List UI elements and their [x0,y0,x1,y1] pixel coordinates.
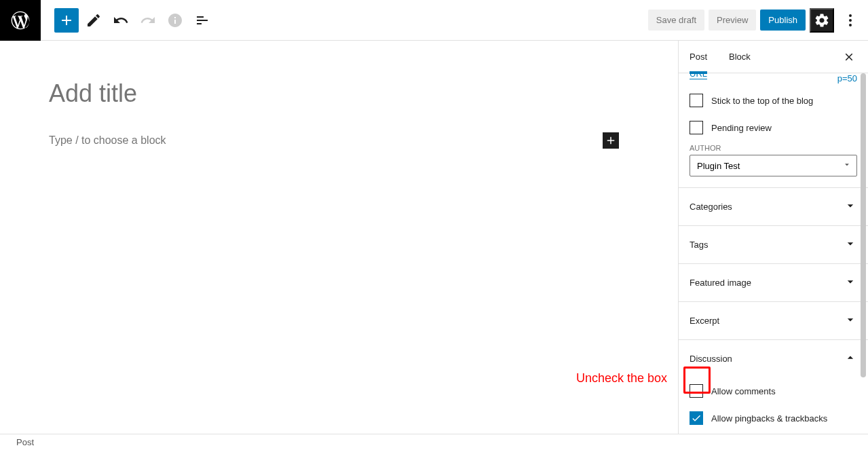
tab-post[interactable]: Post [690,41,718,73]
pencil-icon [86,12,102,29]
close-icon [843,51,855,63]
permalink-row: URL p=50 [679,73,868,87]
outline-button[interactable] [190,8,214,33]
add-block-inline-button[interactable] [603,132,619,149]
more-options-button[interactable] [838,8,863,33]
settings-button[interactable] [810,8,834,33]
gear-icon [814,12,830,29]
stick-top-row: Stick to the top of the blog [679,87,868,114]
plus-icon [58,12,75,29]
stick-top-label: Stick to the top of the blog [711,96,813,106]
settings-sidebar: Post Block URL p=50 Stick to the top of … [678,41,868,434]
allow-pingbacks-label: Allow pingbacks & trackbacks [711,413,827,424]
annotation-text: Uncheck the box [576,371,667,386]
redo-button[interactable] [136,8,160,33]
toolbar-right: Save draft Preview Publish [648,8,868,33]
info-icon [167,12,183,29]
chevron-up-icon [844,351,857,367]
scrollbar-thumb[interactable] [861,73,866,377]
editor-footer: Post [0,434,868,450]
allow-comments-label: Allow comments [711,386,776,396]
svg-point-2 [849,24,852,26]
allow-pingbacks-row: Allow pingbacks & trackbacks [679,405,868,432]
stick-top-checkbox[interactable] [690,94,703,107]
check-icon [691,413,702,424]
redo-icon [140,12,156,29]
breadcrumb[interactable]: Post [16,437,34,447]
author-select[interactable]: Plugin Test [690,155,857,176]
publish-button[interactable]: Publish [760,10,806,31]
allow-pingbacks-checkbox[interactable] [690,411,703,425]
pending-review-label: Pending review [711,123,772,133]
panel-discussion-header[interactable]: Discussion [679,340,868,377]
more-vertical-icon [842,12,858,29]
close-sidebar-button[interactable] [841,49,857,65]
panel-tags: Tags [679,225,868,263]
svg-point-1 [849,19,852,22]
add-block-button[interactable] [54,8,79,33]
wordpress-logo[interactable] [0,0,41,41]
panel-categories: Categories [679,187,868,225]
info-button[interactable] [163,8,187,33]
allow-comments-checkbox[interactable] [690,384,703,398]
undo-button[interactable] [109,8,133,33]
preview-button[interactable]: Preview [709,10,756,31]
chevron-down-icon [844,313,857,329]
chevron-down-icon [844,199,857,214]
chevron-down-icon [844,275,857,290]
allow-comments-row: Allow comments [679,377,868,405]
toolbar-left [41,8,214,33]
post-title-input[interactable]: Add title [49,79,619,108]
permalink-label: URL [690,73,707,79]
panel-featured-image-header[interactable]: Featured image [679,264,868,301]
edit-mode-button[interactable] [81,8,106,33]
panel-categories-header[interactable]: Categories [679,188,868,225]
svg-point-0 [849,14,852,17]
pending-review-checkbox[interactable] [690,121,703,134]
panel-featured-image: Featured image [679,263,868,301]
sidebar-content: URL p=50 Stick to the top of the blog Pe… [679,73,868,434]
undo-icon [113,12,129,29]
author-label: Author [679,141,868,155]
panel-excerpt: Excerpt [679,301,868,339]
pending-review-row: Pending review [679,114,868,141]
permalink-value[interactable]: p=50 [837,73,857,84]
panel-tags-header[interactable]: Tags [679,226,868,263]
plus-icon [605,134,617,147]
panel-discussion: Discussion Allow comments Allow pingback… [679,339,868,432]
tab-block[interactable]: Block [729,41,761,73]
panel-excerpt-header[interactable]: Excerpt [679,302,868,339]
editor-header: Save draft Preview Publish [0,0,868,41]
sidebar-tabs: Post Block [679,41,868,73]
wordpress-icon [10,10,31,31]
chevron-down-icon [844,237,857,252]
save-draft-button[interactable]: Save draft [648,10,704,31]
list-icon [194,12,210,29]
block-placeholder[interactable]: Type / to choose a block [49,134,166,147]
